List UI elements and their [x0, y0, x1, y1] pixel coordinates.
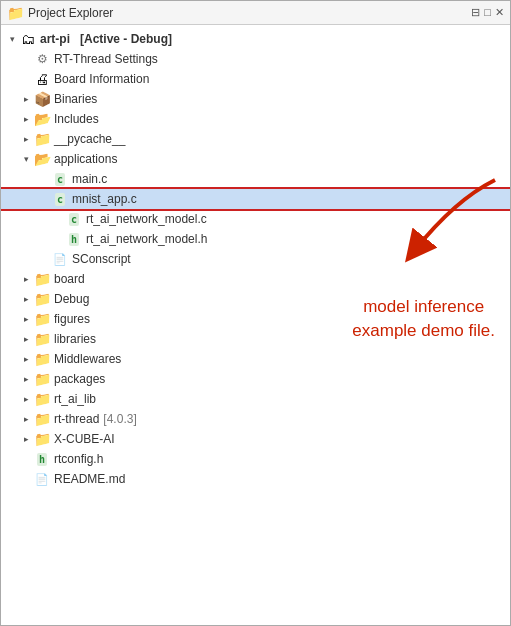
arrow-middlewares	[19, 354, 33, 364]
rt-ai-lib-label: rt_ai_lib	[54, 392, 96, 406]
readme-icon: 📄	[33, 471, 51, 487]
applications-label: applications	[54, 152, 117, 166]
arrow-applications	[19, 154, 33, 164]
middlewares-folder-icon: 📁	[33, 351, 51, 367]
tree-item-readme[interactable]: 📄 README.md	[1, 469, 510, 489]
arrow-x-cube-ai	[19, 434, 33, 444]
project-icon: 📁	[7, 5, 24, 21]
tree-item-rt-ai-model-c[interactable]: c rt_ai_network_model.c	[1, 209, 510, 229]
tree-item-rtconfig-h[interactable]: h rtconfig.h	[1, 449, 510, 469]
panel-header: 📁 Project Explorer ⊟ □ ✕	[1, 1, 510, 25]
binaries-icon: 📦	[33, 91, 51, 107]
tree-item-board[interactable]: 📁 board	[1, 269, 510, 289]
tree-item-applications[interactable]: 📂 applications	[1, 149, 510, 169]
board-label: board	[54, 272, 85, 286]
root-arrow	[5, 34, 19, 44]
x-cube-ai-label: X-CUBE-AI	[54, 432, 115, 446]
tree-item-rt-thread-settings[interactable]: ⚙ RT-Thread Settings	[1, 49, 510, 69]
rt-thread-folder-icon: 📁	[33, 411, 51, 427]
includes-icon: 📂	[33, 111, 51, 127]
binaries-label: Binaries	[54, 92, 97, 106]
tree-item-x-cube-ai[interactable]: 📁 X-CUBE-AI	[1, 429, 510, 449]
board-icon: 🖨	[33, 71, 51, 87]
tree-item-rt-ai-lib[interactable]: 📁 rt_ai_lib	[1, 389, 510, 409]
tree-item-board-information[interactable]: 🖨 Board Information	[1, 69, 510, 89]
pycache-label: __pycache__	[54, 132, 125, 146]
arrow-includes	[19, 114, 33, 124]
rt-ai-h-icon: h	[65, 231, 83, 247]
includes-label: Includes	[54, 112, 99, 126]
tree-item-mnist-app-c[interactable]: c mnist_app.c	[1, 189, 510, 209]
project-explorer-panel: 📁 Project Explorer ⊟ □ ✕ 🗂 art-pi [Activ…	[0, 0, 511, 626]
arrow-binaries	[19, 94, 33, 104]
arrow-packages	[19, 374, 33, 384]
debug-label: Debug	[54, 292, 89, 306]
tree-item-sconstruct[interactable]: 📄 SConscript	[1, 249, 510, 269]
debug-folder-icon: 📁	[33, 291, 51, 307]
arrow-libraries	[19, 334, 33, 344]
rt-thread-version: [4.0.3]	[103, 412, 136, 426]
arrow-board	[19, 274, 33, 284]
tree-item-debug[interactable]: 📁 Debug	[1, 289, 510, 309]
libraries-folder-icon: 📁	[33, 331, 51, 347]
rt-thread-label: rt-thread	[54, 412, 99, 426]
tree-item-binaries[interactable]: 📦 Binaries	[1, 89, 510, 109]
tree-item-rt-thread[interactable]: 📁 rt-thread [4.0.3]	[1, 409, 510, 429]
arrow-debug	[19, 294, 33, 304]
close-icon[interactable]: ✕	[495, 6, 504, 19]
tree-item-packages[interactable]: 📁 packages	[1, 369, 510, 389]
middlewares-label: Middlewares	[54, 352, 121, 366]
board-info-label: Board Information	[54, 72, 149, 86]
readme-label: README.md	[54, 472, 125, 486]
tree-area: 🗂 art-pi [Active - Debug] ⚙ RT-Thread Se…	[1, 25, 510, 625]
root-label: art-pi [Active - Debug]	[40, 32, 172, 46]
tree-item-pycache[interactable]: 📁 __pycache__	[1, 129, 510, 149]
arrow-rt-ai-lib	[19, 394, 33, 404]
tree-item-libraries[interactable]: 📁 libraries	[1, 329, 510, 349]
tree-item-middlewares[interactable]: 📁 Middlewares	[1, 349, 510, 369]
rtconfig-h-icon: h	[33, 451, 51, 467]
scons-icon: 📄	[51, 251, 69, 267]
pycache-icon: 📁	[33, 131, 51, 147]
figures-folder-icon: 📁	[33, 311, 51, 327]
packages-label: packages	[54, 372, 105, 386]
mnist-app-label: mnist_app.c	[72, 192, 137, 206]
minimize-icon[interactable]: ⊟	[471, 6, 480, 19]
tree-item-main-c[interactable]: c main.c	[1, 169, 510, 189]
board-folder-icon: 📁	[33, 271, 51, 287]
figures-label: figures	[54, 312, 90, 326]
rt-settings-label: RT-Thread Settings	[54, 52, 158, 66]
tree-item-includes[interactable]: 📂 Includes	[1, 109, 510, 129]
sconstruct-label: SConscript	[72, 252, 131, 266]
main-c-label: main.c	[72, 172, 107, 186]
arrow-figures	[19, 314, 33, 324]
tree-item-figures[interactable]: 📁 figures	[1, 309, 510, 329]
rt-ai-lib-folder-icon: 📁	[33, 391, 51, 407]
rt-ai-model-h-label: rt_ai_network_model.h	[86, 232, 207, 246]
maximize-icon[interactable]: □	[484, 6, 491, 19]
arrow-pycache	[19, 134, 33, 144]
applications-icon: 📂	[33, 151, 51, 167]
root-project-icon: 🗂	[19, 31, 37, 47]
mnist-c-icon: c	[51, 191, 69, 207]
panel-header-icons: ⊟ □ ✕	[471, 6, 504, 19]
settings-icon: ⚙	[33, 51, 51, 67]
panel-title: Project Explorer	[28, 6, 467, 20]
rtconfig-label: rtconfig.h	[54, 452, 103, 466]
main-c-icon: c	[51, 171, 69, 187]
rt-ai-model-c-label: rt_ai_network_model.c	[86, 212, 207, 226]
libraries-label: libraries	[54, 332, 96, 346]
packages-folder-icon: 📁	[33, 371, 51, 387]
tree-item-rt-ai-model-h[interactable]: h rt_ai_network_model.h	[1, 229, 510, 249]
rt-ai-c-icon: c	[65, 211, 83, 227]
tree-root[interactable]: 🗂 art-pi [Active - Debug]	[1, 29, 510, 49]
arrow-rt-thread	[19, 414, 33, 424]
x-cube-ai-folder-icon: 📁	[33, 431, 51, 447]
